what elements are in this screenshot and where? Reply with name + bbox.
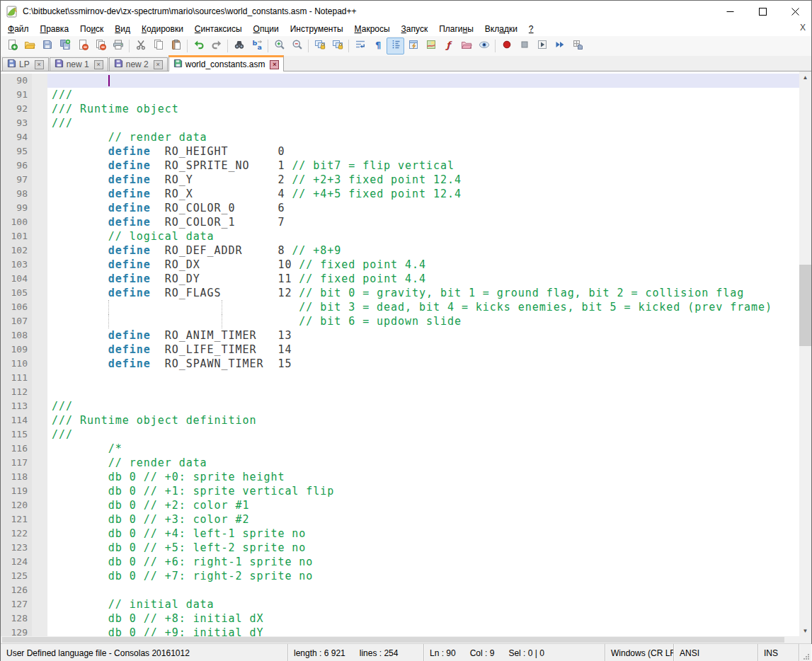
line-number[interactable]: 105 xyxy=(1,286,32,300)
menubar-close-doc-icon[interactable]: X xyxy=(800,23,806,33)
tab-new-2[interactable]: new 2× xyxy=(109,57,168,71)
line-number[interactable]: 102 xyxy=(1,243,32,258)
word-wrap-button[interactable] xyxy=(351,38,369,54)
tab-new-1[interactable]: new 1× xyxy=(50,57,108,71)
code-line-129[interactable]: 129 db 0 // +9: initial dY xyxy=(1,626,799,636)
menu-item-plugins[interactable]: Плагины xyxy=(433,23,479,35)
monitoring-button[interactable] xyxy=(475,38,493,54)
line-number[interactable]: 127 xyxy=(1,597,32,611)
folder-as-workspace-button[interactable] xyxy=(457,38,475,54)
code-line-111[interactable]: 111 xyxy=(1,371,799,385)
line-number[interactable]: 112 xyxy=(1,385,32,399)
code-line-112[interactable]: 112 xyxy=(1,385,799,399)
paste-button[interactable] xyxy=(167,38,185,54)
code-line-96[interactable]: 96 define RO_SPRITE_NO 1 // bit7 = flip … xyxy=(1,159,799,173)
status-encoding[interactable]: ANSI xyxy=(674,644,758,661)
code-line-93[interactable]: 93/// xyxy=(1,116,799,130)
resize-grip[interactable] xyxy=(799,644,811,661)
code-text[interactable]: db 0 // +8: initial dX xyxy=(47,611,799,626)
scroll-down-arrow-icon[interactable]: ▼ xyxy=(799,625,811,636)
line-number[interactable]: 96 xyxy=(1,159,32,173)
line-number[interactable]: 108 xyxy=(1,328,32,343)
save-macro-button[interactable] xyxy=(568,38,586,54)
line-number[interactable]: 124 xyxy=(1,555,32,569)
code-text[interactable]: // bit 3 = dead, bit 4 = kicks enemies, … xyxy=(47,300,799,314)
line-number[interactable]: 90 xyxy=(1,74,32,88)
code-line-115[interactable]: 115/// xyxy=(1,427,799,442)
code-text[interactable]: /// Runtime object definition xyxy=(47,413,799,427)
record-macro-button[interactable] xyxy=(498,38,515,54)
status-insert-mode[interactable]: INS xyxy=(758,644,799,661)
line-number[interactable]: 103 xyxy=(1,258,32,272)
code-text[interactable]: define RO_Y 2 // +2+3 fixed point 12.4 xyxy=(47,173,799,187)
code-text[interactable]: db 0 // +0: sprite height xyxy=(47,470,799,484)
line-number[interactable]: 109 xyxy=(1,343,32,357)
close-button[interactable] xyxy=(779,1,811,22)
code-text[interactable]: define RO_SPAWN_TIMER 15 xyxy=(47,357,799,371)
minimize-button[interactable] xyxy=(714,1,746,22)
line-number[interactable]: 129 xyxy=(1,626,32,636)
line-number[interactable]: 95 xyxy=(1,144,32,159)
menu-item-tabs[interactable]: Вкладки xyxy=(479,23,523,35)
code-line-121[interactable]: 121 db 0 // +3: color #2 xyxy=(1,512,799,527)
code-text[interactable]: /// Runtime object xyxy=(47,102,799,116)
save-all-button[interactable] xyxy=(56,38,74,54)
replace-button[interactable]: ba xyxy=(248,38,265,54)
maximize-button[interactable] xyxy=(746,1,779,22)
code-text[interactable]: define RO_LIFE_TIMER 14 xyxy=(47,343,799,357)
code-text[interactable]: define RO_SPRITE_NO 1 // bit7 = flip ver… xyxy=(47,159,799,173)
tab-close-icon[interactable]: × xyxy=(35,60,44,69)
menu-item-file[interactable]: Файл xyxy=(2,23,35,35)
code-line-104[interactable]: 104 define RO_DY 11 // fixed point 4.4 xyxy=(1,272,799,286)
tab-world-constants-asm[interactable]: world_constants.asm× xyxy=(168,55,285,71)
code-line-113[interactable]: 113/// xyxy=(1,399,799,413)
code-text[interactable]: /// xyxy=(47,116,799,130)
code-text[interactable]: db 0 // +9: initial dY xyxy=(47,626,799,636)
menu-item-language[interactable]: Синтаксисы xyxy=(189,23,248,35)
code-text[interactable] xyxy=(47,74,799,88)
line-number[interactable]: 123 xyxy=(1,541,32,555)
play-macro-button[interactable] xyxy=(533,38,551,54)
line-number[interactable]: 120 xyxy=(1,498,32,512)
menu-item-edit[interactable]: Правка xyxy=(35,23,75,35)
line-number[interactable]: 100 xyxy=(1,215,32,229)
horizontal-scrollbar-thumb[interactable] xyxy=(2,637,784,643)
code-line-105[interactable]: 105 define RO_FLAGS 12 // bit 0 = gravit… xyxy=(1,286,799,300)
tab-lp[interactable]: LP× xyxy=(2,57,49,71)
code-text[interactable]: // initial data xyxy=(47,597,799,611)
code-line-118[interactable]: 118 db 0 // +0: sprite height xyxy=(1,470,799,484)
status-eol-format[interactable]: Windows (CR LF) xyxy=(605,644,674,661)
code-line-98[interactable]: 98 define RO_X 4 // +4+5 fixed point 12.… xyxy=(1,187,799,201)
line-number[interactable]: 107 xyxy=(1,314,32,328)
sync-h-scroll-button[interactable] xyxy=(328,38,346,54)
vertical-scrollbar[interactable]: ▲ ▼ xyxy=(799,71,811,636)
new-file-button[interactable] xyxy=(3,38,21,54)
code-line-94[interactable]: 94 // render data xyxy=(1,130,799,144)
code-text[interactable] xyxy=(47,371,799,385)
menu-item-macro[interactable]: Макросы xyxy=(349,23,396,35)
code-text[interactable]: // logical data xyxy=(47,229,799,243)
code-line-103[interactable]: 103 define RO_DX 10 // fixed point 4.4 xyxy=(1,258,799,272)
line-number[interactable]: 121 xyxy=(1,512,32,527)
code-line-125[interactable]: 125 db 0 // +7: right-2 sprite no xyxy=(1,569,799,583)
code-text[interactable]: define RO_FLAGS 12 // bit 0 = gravity, b… xyxy=(47,286,799,300)
show-indent-guide-button[interactable] xyxy=(387,38,404,54)
code-line-124[interactable]: 124 db 0 // +6: right-1 sprite no xyxy=(1,555,799,569)
line-number[interactable]: 122 xyxy=(1,527,32,541)
scroll-up-arrow-icon[interactable]: ▲ xyxy=(799,71,811,83)
line-number[interactable]: 125 xyxy=(1,569,32,583)
code-text[interactable] xyxy=(47,583,799,597)
code-line-108[interactable]: 108 define RO_ANIM_TIMER 13 xyxy=(1,328,799,343)
code-line-119[interactable]: 119 db 0 // +1: sprite vertical flip xyxy=(1,484,799,498)
code-text[interactable]: // render data xyxy=(47,456,799,470)
code-line-128[interactable]: 128 db 0 // +8: initial dX xyxy=(1,611,799,626)
code-text[interactable]: db 0 // +4: left-1 sprite no xyxy=(47,527,799,541)
save-button[interactable] xyxy=(38,38,56,54)
menu-item-help[interactable]: ? xyxy=(523,23,539,35)
cut-button[interactable] xyxy=(132,38,149,54)
code-text[interactable]: db 0 // +5: left-2 sprite no xyxy=(47,541,799,555)
code-line-126[interactable]: 126 xyxy=(1,583,799,597)
code-text[interactable]: define RO_HEIGHT 0 xyxy=(47,144,799,159)
code-text[interactable]: db 0 // +2: color #1 xyxy=(47,498,799,512)
open-button[interactable] xyxy=(21,38,38,54)
